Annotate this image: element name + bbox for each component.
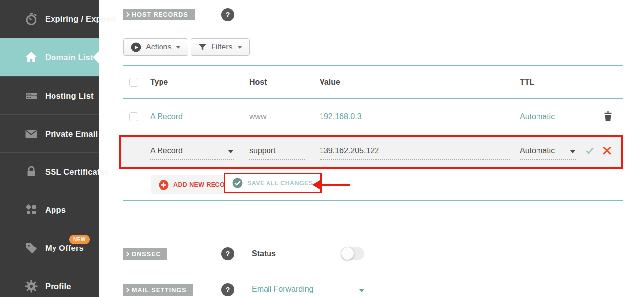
dnssec-section-label: DNSSEC — [123, 248, 167, 260]
sidebar-item-label: Profile — [45, 282, 71, 291]
play-icon — [131, 42, 141, 52]
confirm-record-button[interactable] — [585, 146, 594, 157]
annotation-arrow-icon — [312, 180, 320, 189]
sidebar-item-label: Domain List — [45, 53, 93, 62]
envelope-icon — [25, 127, 38, 140]
row-checkbox[interactable] — [129, 112, 138, 121]
gear-icon — [25, 280, 38, 293]
lock-icon — [25, 165, 38, 178]
table-bottom-divider — [123, 200, 623, 201]
chevron-down-icon — [176, 46, 181, 49]
column-header-ttl: TTL — [520, 78, 594, 87]
record-value: 192.168.0.3 — [320, 112, 520, 121]
close-icon — [602, 146, 612, 155]
trash-icon — [603, 110, 613, 123]
delete-record-button[interactable] — [603, 110, 613, 124]
ribbon-chevron-icon — [125, 288, 130, 293]
edit-value-input[interactable]: 139.162.205.122 — [320, 147, 510, 160]
sidebar-item-private-email[interactable]: Private Email — [0, 114, 99, 152]
save-all-changes-button[interactable]: SAVE ALL CHANGES — [225, 174, 320, 192]
sidebar-item-domain-list[interactable]: Domain List — [0, 38, 99, 76]
mail-settings-help-icon[interactable]: ? — [221, 283, 234, 296]
section-divider — [119, 237, 625, 237]
funnel-icon — [198, 43, 207, 51]
sidebar-item-hosting-list[interactable]: Hosting List — [0, 76, 99, 114]
check-icon — [585, 146, 594, 155]
chevron-down-icon — [570, 150, 575, 153]
sidebar-item-label: Hosting List — [45, 91, 94, 100]
annotation-arrow-line — [319, 184, 350, 186]
sidebar-item-apps[interactable]: Apps — [0, 191, 99, 229]
dnssec-help-icon[interactable]: ? — [221, 248, 234, 260]
new-badge: NEW — [69, 235, 90, 244]
chevron-down-icon — [359, 289, 364, 292]
tag-icon — [25, 242, 38, 254]
chevron-down-icon — [228, 150, 233, 153]
plus-circle-icon — [159, 180, 169, 190]
ribbon-chevron-icon — [125, 252, 130, 257]
column-header-value: Value — [320, 78, 520, 87]
server-icon — [25, 89, 38, 102]
main-content: HOST RECORDS ? Actions Filters Type Host… — [99, 0, 644, 297]
chevron-down-icon — [237, 46, 242, 49]
host-records-section-label: HOST RECORDS — [123, 9, 195, 20]
host-record-edit-row-annotation-box: A Record support 139.162.205.122 Automat… — [119, 135, 623, 169]
home-icon — [25, 51, 38, 64]
column-header-type: Type — [150, 78, 249, 87]
edit-host-input[interactable]: support — [249, 147, 305, 160]
record-type: A Record — [150, 112, 249, 121]
actions-button[interactable]: Actions — [123, 38, 188, 56]
sidebar-item-my-offers[interactable]: My Offers NEW — [0, 229, 99, 267]
mail-settings-select[interactable]: Email Forwarding — [252, 285, 365, 297]
ribbon-chevron-icon — [125, 12, 130, 17]
record-ttl: Automatic — [520, 112, 594, 121]
select-all-checkbox[interactable] — [129, 78, 138, 87]
filters-button[interactable]: Filters — [191, 38, 250, 56]
table-header-row: Type Host Value TTL — [123, 66, 623, 98]
cancel-record-button[interactable] — [602, 146, 612, 157]
sidebar-item-expiring-expired[interactable]: Expiring / Expired — [0, 0, 99, 38]
check-circle-icon — [232, 178, 243, 188]
save-button-annotation-box: SAVE ALL CHANGES — [224, 173, 322, 193]
sidebar-item-label: My Offers — [45, 244, 84, 253]
edit-type-select[interactable]: A Record — [150, 147, 234, 160]
sidebar-item-label: Apps — [45, 205, 66, 215]
timer-icon — [25, 13, 38, 26]
sidebar: Expiring / Expired Domain List Hosting L… — [0, 0, 99, 297]
table-row: A Record www 192.168.0.3 Automatic — [123, 99, 623, 135]
sidebar-item-label: Private Email — [45, 129, 98, 139]
toggle-knob — [341, 248, 354, 260]
column-header-host: Host — [249, 78, 320, 87]
mail-settings-section-label: MAIL SETTINGS — [123, 284, 193, 296]
record-host: www — [249, 112, 320, 121]
sidebar-item-profile[interactable]: Profile — [0, 267, 99, 297]
edit-ttl-select[interactable]: Automatic — [520, 147, 576, 160]
host-records-help-icon[interactable]: ? — [221, 8, 234, 21]
sidebar-item-ssl-certificates[interactable]: SSL Certificates — [0, 152, 99, 191]
section-divider — [119, 274, 625, 274]
apps-icon — [25, 203, 38, 216]
dnssec-toggle[interactable] — [341, 247, 364, 260]
dnssec-status-label: Status — [252, 249, 276, 258]
